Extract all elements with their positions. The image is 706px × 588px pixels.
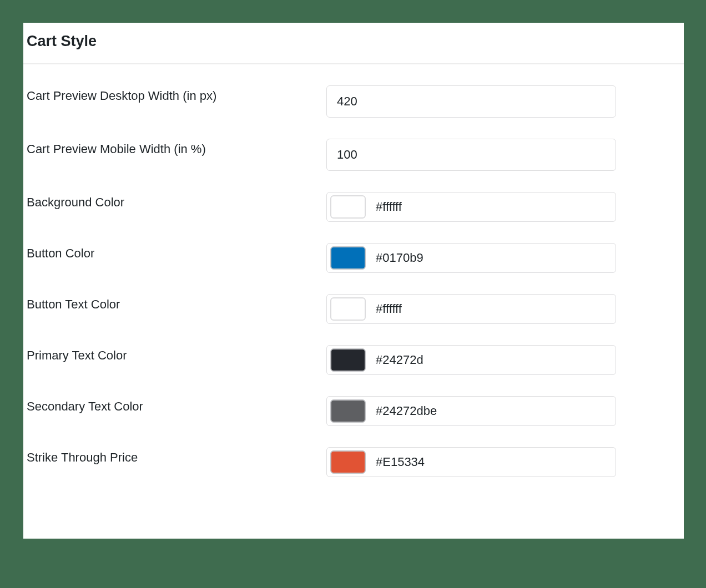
label-primary-text-color: Primary Text Color <box>27 345 326 363</box>
input-mobile-width[interactable] <box>326 139 616 171</box>
label-button-color: Button Color <box>27 243 326 261</box>
row-mobile-width: Cart Preview Mobile Width (in %) <box>27 118 680 171</box>
field-secondary-text-color <box>326 396 616 426</box>
swatch-primary-text-color[interactable] <box>330 348 366 372</box>
section-title: Cart Style <box>23 23 684 64</box>
field-button-text-color <box>326 294 616 324</box>
input-secondary-text-color[interactable] <box>368 398 614 424</box>
row-button-text-color: Button Text Color <box>27 273 680 324</box>
row-strike-through-price: Strike Through Price <box>27 426 680 477</box>
label-background-color: Background Color <box>27 192 326 210</box>
row-background-color: Background Color <box>27 171 680 222</box>
input-button-text-color[interactable] <box>368 296 614 322</box>
input-background-color[interactable] <box>368 194 614 220</box>
color-input-primary-text <box>326 345 616 375</box>
row-desktop-width: Cart Preview Desktop Width (in px) <box>27 64 680 118</box>
color-input-button <box>326 243 616 273</box>
label-secondary-text-color: Secondary Text Color <box>27 396 326 414</box>
input-button-color[interactable] <box>368 245 614 271</box>
swatch-background-color[interactable] <box>330 195 366 219</box>
field-desktop-width <box>326 85 616 118</box>
label-strike-through-price: Strike Through Price <box>27 447 326 465</box>
row-secondary-text-color: Secondary Text Color <box>27 375 680 426</box>
swatch-secondary-text-color[interactable] <box>330 399 366 423</box>
input-strike-through-price[interactable] <box>368 449 614 475</box>
label-mobile-width: Cart Preview Mobile Width (in %) <box>27 139 326 156</box>
swatch-button-color[interactable] <box>330 246 366 270</box>
settings-form: Cart Preview Desktop Width (in px) Cart … <box>23 64 684 477</box>
settings-panel: Cart Style Cart Preview Desktop Width (i… <box>23 23 684 539</box>
row-primary-text-color: Primary Text Color <box>27 324 680 375</box>
color-input-button-text <box>326 294 616 324</box>
input-primary-text-color[interactable] <box>368 347 614 373</box>
field-mobile-width <box>326 139 616 171</box>
field-strike-through-price <box>326 447 616 477</box>
field-primary-text-color <box>326 345 616 375</box>
input-desktop-width[interactable] <box>326 85 616 118</box>
label-button-text-color: Button Text Color <box>27 294 326 312</box>
color-input-strike-through <box>326 447 616 477</box>
field-background-color <box>326 192 616 222</box>
swatch-button-text-color[interactable] <box>330 297 366 321</box>
color-input-background <box>326 192 616 222</box>
row-button-color: Button Color <box>27 222 680 273</box>
label-desktop-width: Cart Preview Desktop Width (in px) <box>27 85 326 103</box>
field-button-color <box>326 243 616 273</box>
color-input-secondary-text <box>326 396 616 426</box>
swatch-strike-through-price[interactable] <box>330 450 366 474</box>
